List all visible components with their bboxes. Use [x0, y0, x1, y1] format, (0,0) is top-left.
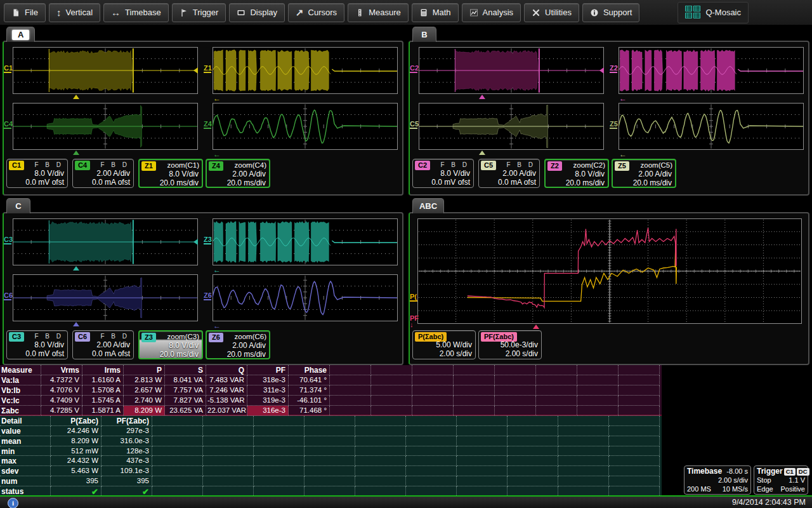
waveform-grid-C1[interactable] — [13, 47, 198, 94]
waveform-grid-C4[interactable] — [13, 103, 198, 150]
descriptor-offset: 0.0 mV ofst — [431, 178, 470, 187]
tab-ABC[interactable]: ABC — [412, 198, 444, 213]
descriptor-P(Σabc)[interactable]: P(Σabc)5.00 W/div2.00 s/div — [412, 330, 476, 359]
descriptor-C5[interactable]: C5F B D2.00 A/div0.0 mA ofst — [478, 159, 540, 188]
detail-cell: max — [0, 456, 51, 466]
descriptor-C1[interactable]: C1F B D8.0 V/div0.0 mV ofst — [6, 159, 68, 188]
detail-cell: 24.246 W — [51, 426, 102, 436]
menu-measure-button[interactable]: Measure — [348, 3, 409, 22]
menu-math-button[interactable]: Math — [412, 3, 459, 22]
channel-label-Z2: Z2 — [610, 65, 619, 73]
waveform-grid-Z3[interactable] — [213, 218, 398, 265]
menu-cursors-button[interactable]: ↗ Cursors — [288, 3, 344, 22]
trigger-position-marker-C3[interactable] — [73, 266, 79, 271]
trigger-level-marker-C1[interactable] — [193, 67, 198, 74]
descriptor-Z5[interactable]: Z5zoom(C5)2.00 A/div20.0 ms/div — [612, 159, 676, 188]
detail-cell — [254, 456, 304, 466]
detail-cell — [152, 466, 203, 476]
detail-cell — [355, 456, 406, 466]
descriptor-C4[interactable]: C4F B D2.00 A/div0.0 mA ofst — [72, 159, 134, 188]
detail-cell — [558, 466, 609, 476]
descriptor-offset: 0.0 mV ofst — [25, 349, 64, 358]
channel-label-Z4: Z4 — [204, 121, 213, 129]
descriptor-title: zoom(C3) — [167, 333, 199, 340]
measure-cell — [412, 406, 454, 416]
menu-file-button[interactable]: File — [4, 3, 46, 22]
descriptor-Z2[interactable]: Z2zoom(C2)8.0 V/div20.0 ms/div — [544, 159, 609, 188]
trigger-source-badge: C1 — [784, 468, 796, 476]
timebase-box[interactable]: Timebase-8.00 s 2.00 s/div 200 MS10 MS/s — [684, 465, 751, 495]
measure-header — [330, 365, 371, 375]
zoom-position-marker-Z3[interactable]: ← — [213, 266, 221, 274]
menu-support-button[interactable]: Support — [582, 3, 640, 22]
descriptor-Z6[interactable]: Z6zoom(C6)2.00 A/div20.0 ms/div — [206, 330, 270, 359]
descriptor-C3[interactable]: C3F B D8.0 V/div0.0 mV ofst — [6, 330, 68, 359]
menu-timebase-button[interactable]: ↔ Timebase — [103, 3, 169, 22]
measure-cell — [619, 385, 660, 396]
descriptor-C6[interactable]: C6F B D2.00 A/div0.0 mA ofst — [72, 330, 134, 359]
trigger-level-marker-C2[interactable] — [599, 67, 604, 74]
zoom-position-marker-Z4[interactable]: ← — [213, 150, 221, 158]
waveform-grid-trend[interactable] — [417, 218, 802, 324]
menu-utilities-button[interactable]: Utilities — [524, 3, 579, 22]
measure-cell: 23.625 VA — [165, 406, 206, 416]
trigger-position-marker-C5[interactable] — [479, 150, 485, 155]
measure-cell: 311e-3 — [247, 385, 289, 396]
detail-cell — [304, 456, 355, 466]
detail-cell — [457, 466, 508, 476]
waveform-grid-Z4[interactable] — [213, 103, 398, 150]
menu-trigger-button[interactable]: Trigger — [172, 3, 226, 22]
descriptor-C2[interactable]: C2F B D8.0 V/div0.0 mV ofst — [412, 159, 474, 188]
tab-C[interactable]: C — [6, 198, 30, 213]
menu-display-button[interactable]: Display — [229, 3, 285, 22]
detail-cell — [152, 446, 203, 457]
descriptor-Z4[interactable]: Z4zoom(C4)2.00 A/div20.0 ms/div — [206, 159, 270, 188]
trigger-coupling-badge: DC — [797, 468, 809, 476]
detail-cell — [609, 436, 660, 446]
trigger-position-marker-C2[interactable] — [479, 95, 485, 99]
zoom-position-marker-Z5[interactable]: ← — [619, 150, 627, 158]
descriptor-Z3[interactable]: Z3zoom(C3)8.0 V/div20.0 ms/div — [138, 330, 203, 359]
trigger-position-marker-C4[interactable] — [73, 150, 79, 155]
detail-cell — [609, 476, 660, 486]
descriptor-Z1[interactable]: Z1zoom(C1)8.0 V/div20.0 ms/div — [138, 159, 203, 188]
menu-vertical-button[interactable]: ↕ Vertical — [49, 3, 100, 22]
channel-label-Z6: Z6 — [204, 292, 213, 300]
tab-A[interactable]: A — [6, 27, 35, 42]
waveform-grid-Z1[interactable] — [213, 47, 398, 94]
waveform-grid-C5[interactable] — [419, 103, 604, 150]
measure-cell: -46.101 ° — [289, 396, 330, 406]
detail-cell — [203, 426, 254, 436]
waveform-grid-C2[interactable] — [419, 47, 604, 94]
detail-cell — [355, 476, 406, 486]
detail-cell — [406, 436, 457, 446]
timebase-scale: 2.00 s/div — [718, 476, 748, 485]
measure-header: P — [124, 365, 165, 375]
menu-analysis-button[interactable]: Analysis — [462, 3, 521, 22]
quadrant-ABC: ABCP(PF↓P(Σabc)5.00 W/div2.00 s/divPF(Σa… — [409, 198, 809, 365]
descriptor-PF(Σabc)[interactable]: PF(Σabc)50.0e-3/div2.00 s/div — [478, 330, 542, 359]
measure-header: Q — [206, 365, 247, 375]
zoom-position-marker-Z2[interactable]: ← — [619, 95, 627, 102]
zoom-position-marker-Z6[interactable]: ← — [213, 322, 221, 330]
descriptor-flags: F B D — [100, 161, 129, 168]
waveform-grid-Z2[interactable] — [619, 47, 804, 94]
trigger-position-marker-trend[interactable] — [533, 324, 539, 329]
measure-cell: 4.7409 V — [41, 396, 82, 406]
detail-cell — [152, 436, 203, 446]
qmosaic-button[interactable]: Q-Mosaic — [678, 2, 749, 23]
tab-B[interactable]: B — [412, 27, 436, 42]
trigger-level-marker-C3[interactable] — [193, 239, 198, 245]
menu-file-label: File — [25, 8, 38, 17]
zoom-position-marker-Z1[interactable]: ← — [213, 95, 221, 102]
waveform-grid-Z6[interactable] — [213, 274, 398, 321]
waveform-grid-C6[interactable] — [13, 274, 198, 321]
trigger-position-marker-C6[interactable] — [73, 322, 79, 326]
descriptor-scale: 2.00 A/div — [96, 340, 130, 349]
trigger-position-marker-C1[interactable] — [73, 95, 79, 99]
trigger-box[interactable]: Trigger C1DC Stop1.1 V EdgePositive — [754, 465, 808, 495]
file-icon — [11, 8, 20, 17]
waveform-grid-C3[interactable] — [13, 218, 198, 265]
waveform-grid-Z5[interactable] — [619, 103, 804, 150]
info-icon[interactable]: i — [8, 498, 18, 508]
